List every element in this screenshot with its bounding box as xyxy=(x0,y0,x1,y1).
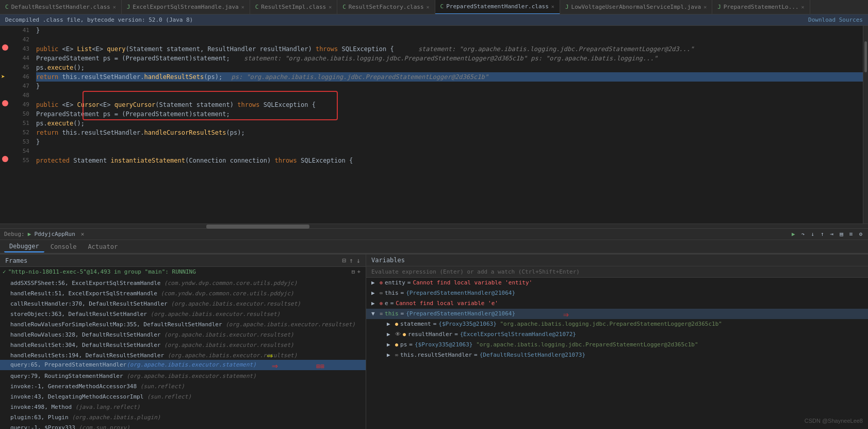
step-into-btn[interactable]: ↓ xyxy=(809,230,816,239)
eval-input[interactable]: Evaluate expression (Enter) or add a wat… xyxy=(366,266,868,278)
eval-placeholder[interactable]: Evaluate expression (Enter) or add a wat… xyxy=(371,268,580,275)
var-this-1[interactable]: ▶ ∞ this = {PreparedStatementHandler@210… xyxy=(366,288,868,298)
tab-debugger[interactable]: Debugger xyxy=(4,241,44,252)
var-statement[interactable]: ▶ ● statement = {$Proxy335@21063} "org.a… xyxy=(366,319,868,329)
var-resultsethandler[interactable]: ▶ ∞ this.resultSetHandler = {DefaultResu… xyxy=(366,350,868,360)
var-entity[interactable]: ▶ ⊗ entity = Cannot find local variable … xyxy=(366,278,868,288)
code-line-47: } xyxy=(36,82,863,91)
tab-lowvoltage[interactable]: J LowVoltageUserAbnormalServiceImpl.java… xyxy=(560,0,712,14)
filter-icon[interactable]: ⊟ xyxy=(342,257,347,264)
horizontal-scrollbar[interactable] xyxy=(0,224,868,229)
line-numbers: 41 42 43 44 45 46 47 48 49 50 51 52 53 5… xyxy=(10,26,34,224)
expand-arrow-statement[interactable]: ▶ xyxy=(387,319,393,329)
download-sources-link[interactable]: Download Sources xyxy=(808,17,863,23)
variables-list: ▶ ⊗ entity = Cannot find local variable … xyxy=(366,278,868,429)
bottom-panel: Frames ⊟ ↑ ↓ ✓ "http-nio-18011-exec-5"@1… xyxy=(0,254,868,429)
frame-1[interactable]: handleResult:51, ExcelExportSqlStreamHan… xyxy=(0,288,366,298)
h-scrollbar-thumb[interactable] xyxy=(206,225,309,229)
code-editor[interactable]: } public <E> List<E> query(Statement sta… xyxy=(34,26,863,224)
breakpoint-55[interactable] xyxy=(2,156,8,162)
frame-0[interactable]: addSXSSFSheet:56, ExcelExportSqlStreamHa… xyxy=(0,277,366,288)
tab-console[interactable]: Console xyxy=(45,242,82,252)
debug-session: Debug: ▶ PddyjcAppRun ✕ ▶ ↷ ↓ ↑ ⇥ ▤ ≡ ⚙ xyxy=(0,229,868,240)
expand-arrow-this2[interactable]: ▼ xyxy=(371,309,378,319)
tab-defaultresultsethandler[interactable]: C DefaultResultSetHandler.class ✕ xyxy=(0,0,122,14)
expand-arrow-e[interactable]: ▶ xyxy=(371,298,378,309)
frame-9[interactable]: query:79, RoutingStatementHandler (org.a… xyxy=(0,370,366,380)
frame-4[interactable]: handleRowValuesForSimpleResultMap:355, D… xyxy=(0,319,366,329)
frame-14[interactable]: query:-1, $Proxy333 (com.sun.proxy) xyxy=(0,422,366,429)
frames-panel-title: Frames ⊟ ↑ ↓ xyxy=(0,255,366,267)
tab-resultsetimpl[interactable]: C ResultSetImpl.class ✕ xyxy=(250,0,338,14)
step-out-btn[interactable]: ↑ xyxy=(819,230,826,239)
expand-arrow-this1[interactable]: ▶ xyxy=(371,288,378,298)
variables-panel-title: Variables xyxy=(366,255,868,266)
breakpoint-49[interactable] xyxy=(2,100,8,106)
code-line-49: public <E> Cursor<E> queryCursor(Stateme… xyxy=(36,100,863,109)
run-cursor-btn[interactable]: ⇥ xyxy=(829,230,836,239)
frame-6[interactable]: handleResultSet:304, DefaultResultSetHan… xyxy=(0,339,366,349)
frame-3[interactable]: storeObject:363, DefaultResultSetHandler… xyxy=(0,308,366,319)
code-line-43: public <E> List<E> query(Statement state… xyxy=(36,44,863,54)
var-ps[interactable]: ▶ ● ps = {$Proxy335@21063} "org.apache.i… xyxy=(366,340,868,350)
debug-session-name[interactable]: PddyjcAppRun xyxy=(34,231,75,237)
red-arrow-annotation: ⇐ xyxy=(272,360,278,370)
checkmark-icon: ✓ xyxy=(3,267,6,277)
frame-7[interactable]: handleResultSets:194, DefaultResultSetHa… xyxy=(0,349,366,360)
frame-5[interactable]: handleRowValues:328, DefaultResultSetHan… xyxy=(0,329,366,339)
editor-area: ➤ 41 42 43 44 45 46 47 48 49 50 51 52 53… xyxy=(0,26,868,224)
frame-10[interactable]: invoke:-1, GeneratedMethodAccessor348 (s… xyxy=(0,380,366,391)
add-frame-icon[interactable]: + xyxy=(357,267,361,277)
frame-13[interactable]: plugin:63, Plugin (org.apache.ibatis.plu… xyxy=(0,411,366,422)
expand-arrow-rsh[interactable]: ▶ xyxy=(387,350,393,360)
close-tab-6[interactable]: ✕ xyxy=(801,4,805,10)
tab-resultsetfactory[interactable]: C ResultSetFactory.class ✕ xyxy=(337,0,435,14)
settings-icon[interactable]: ⚙ xyxy=(857,230,864,239)
code-line-48 xyxy=(36,91,863,100)
code-line-42 xyxy=(36,35,863,44)
tab-excelexport[interactable]: J ExcelExportSqlStreamHandle.java ✕ xyxy=(122,0,250,14)
var-this-2[interactable]: ▼ ≡ this = {PreparedStatementHandler@210… xyxy=(366,309,868,319)
breakpoint-43[interactable] xyxy=(2,44,8,51)
decompiled-text: Decompiled .class file, bytecode version… xyxy=(5,17,193,23)
editor-scrollbar[interactable] xyxy=(863,26,868,224)
frame-8-active[interactable]: query:65, PreparedStatementHandler (org.… xyxy=(0,360,366,370)
expand-arrow-rh[interactable]: ▶ xyxy=(387,329,393,340)
close-tab-2[interactable]: ✕ xyxy=(329,4,332,10)
class-icon-4: C xyxy=(440,3,444,10)
java-icon: J xyxy=(127,4,130,10)
debug-tab-bar: Debugger Console Actuator xyxy=(0,240,868,253)
code-line-50: PreparedStatement ps = (PreparedStatemen… xyxy=(36,109,863,119)
frames-list[interactable]: addSXSSFSheet:56, ExcelExportSqlStreamHa… xyxy=(0,277,366,429)
close-tab-1[interactable]: ✕ xyxy=(241,4,244,10)
expand-arrow-ps[interactable]: ▶ xyxy=(387,340,393,350)
expand-arrow-entity[interactable]: ▶ xyxy=(371,278,378,288)
close-tab-0[interactable]: ✕ xyxy=(113,4,116,10)
yellow-arrow-annotation: ⇐ xyxy=(267,350,273,360)
filter-thread-icon[interactable]: ⊟ xyxy=(352,267,355,277)
close-tab-4[interactable]: ✕ xyxy=(551,4,554,9)
code-line-53: } xyxy=(36,137,863,147)
var-resulthandler[interactable]: ▶ 👁 ● resultHandler = {ExcelExportSqlStr… xyxy=(366,329,868,340)
step-over-btn[interactable]: ↷ xyxy=(800,230,807,239)
frame-11[interactable]: invoke:43, DelegatingMethodAccessorImpl … xyxy=(0,391,366,401)
threads-btn[interactable]: ≡ xyxy=(848,230,855,239)
var-e[interactable]: ▶ ⊗ e = Cannot find local variable 'e' xyxy=(366,298,868,309)
frame-12[interactable]: invoke:498, Method (java.lang.reflect) xyxy=(0,401,366,411)
close-tab-3[interactable]: ✕ xyxy=(427,4,430,10)
scroll-down-icon[interactable]: ↓ xyxy=(356,257,361,264)
tab-preparedstatementhandler[interactable]: C PreparedStatementHandler.class ✕ xyxy=(435,0,560,14)
scrollbar-thumb[interactable] xyxy=(864,41,867,72)
gutter: ➤ xyxy=(0,26,10,224)
scroll-up-icon[interactable]: ↑ xyxy=(349,257,353,264)
watch-icon[interactable]: 👁 xyxy=(395,329,401,340)
close-tab-5[interactable]: ✕ xyxy=(703,4,707,10)
frame-2[interactable]: callResultHandler:370, DefaultResultSetH… xyxy=(0,298,366,308)
circle-icon-ps: ● xyxy=(395,340,398,350)
class-icon: C xyxy=(5,4,9,10)
debug-session-close[interactable]: ✕ xyxy=(81,231,85,237)
evaluate-btn[interactable]: ▤ xyxy=(838,230,845,239)
tab-actuator[interactable]: Actuator xyxy=(83,242,123,252)
tab-preparedstatementlo[interactable]: J PreparedStatementLo... ✕ xyxy=(712,0,810,14)
resume-btn[interactable]: ▶ xyxy=(790,230,797,239)
